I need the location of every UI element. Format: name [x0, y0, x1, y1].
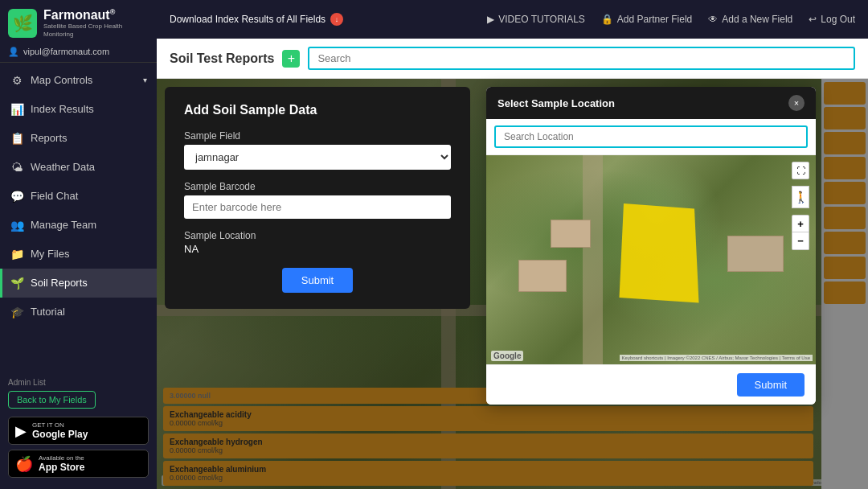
top-bar: Download Index Results of All Fields ↓ ▶…: [157, 0, 868, 39]
location-zoom-in-button[interactable]: +: [792, 215, 809, 232]
video-icon: ▶: [487, 14, 494, 25]
add-soil-sample-button[interactable]: +: [282, 50, 300, 68]
location-modal-close-button[interactable]: ×: [788, 95, 805, 111]
logo-icon: 🌿: [8, 9, 37, 38]
main-content: Download Index Results of All Fields ↓ ▶…: [157, 0, 868, 489]
location-fullscreen-button[interactable]: ⛶: [792, 162, 809, 179]
new-field-icon: 👁: [708, 14, 718, 25]
partner-field-icon: 🔒: [601, 14, 613, 25]
soil-header: Soil Test Reports +: [157, 39, 868, 79]
download-link[interactable]: Download Index Results of All Fields ↓: [170, 13, 343, 26]
manage-team-icon: 👥: [10, 219, 24, 232]
app-logo: 🌿 Farmonaut® Satellite Based Crop Health…: [0, 0, 157, 42]
app-tagline: Satellite Based Crop Health Monitoring: [43, 23, 132, 38]
my-files-icon: 📁: [10, 248, 24, 261]
download-badge: ↓: [330, 13, 343, 26]
sidebar-item-index-results[interactable]: 📊 Index Results: [0, 95, 157, 124]
sidebar-item-field-chat[interactable]: 💬 Field Chat: [0, 182, 157, 211]
location-building-2: [551, 220, 591, 248]
logo-text-group: Farmonaut® Satellite Based Crop Health M…: [43, 8, 132, 39]
weather-icon: 🌤: [10, 161, 24, 174]
content-body: Google Keyboard shortcuts | Imagery ©202…: [157, 79, 868, 489]
index-results-icon: 📊: [10, 103, 24, 116]
sidebar-item-tutorial[interactable]: 🎓 Tutorial: [0, 298, 157, 327]
sample-barcode-input[interactable]: [184, 195, 451, 219]
location-map-area[interactable]: Google Keyboard shortcuts | Imagery ©202…: [486, 155, 816, 364]
sidebar: 🌿 Farmonaut® Satellite Based Crop Health…: [0, 0, 157, 489]
sidebar-item-my-files[interactable]: 📁 My Files: [0, 240, 157, 269]
soil-reports-title: Soil Test Reports: [170, 51, 274, 66]
sidebar-item-soil-reports[interactable]: 🌱 Soil Reports: [0, 269, 157, 298]
add-soil-sample-modal: Add Soil Sample Data Sample Field jamnag…: [165, 87, 470, 309]
field-chat-icon: 💬: [10, 190, 24, 203]
modal-overlay: Add Soil Sample Data Sample Field jamnag…: [157, 79, 868, 489]
location-modal-title: Select Sample Location: [497, 97, 615, 109]
location-zoom-out-button[interactable]: −: [792, 232, 809, 250]
sample-field-label: Sample Field: [184, 130, 451, 142]
active-indicator: [0, 269, 2, 298]
page-area: Soil Test Reports + Google: [157, 39, 868, 489]
sample-location-label: Sample Location: [184, 230, 451, 241]
location-search-input[interactable]: [494, 125, 808, 148]
soil-modal-submit-button[interactable]: Submit: [282, 268, 353, 293]
sample-location-value: NA: [184, 243, 451, 255]
add-new-field-link[interactable]: 👁 Add a New Field: [708, 14, 792, 25]
location-modal-header: Select Sample Location ×: [486, 87, 816, 119]
location-building-3: [727, 236, 784, 272]
map-controls-icon: ⚙: [10, 74, 24, 87]
location-road: [583, 155, 603, 364]
google-play-icon: ▶: [15, 422, 27, 440]
sidebar-navigation: ⚙ Map Controls ▾ 📊 Index Results 📋 Repor…: [0, 66, 157, 372]
modal-title: Add Soil Sample Data: [184, 103, 451, 117]
user-email: 👤 vipul@farmonaut.com: [0, 42, 157, 63]
log-out-link[interactable]: ↩ Log Out: [809, 14, 855, 25]
sample-field-select[interactable]: jamnagar: [184, 145, 451, 170]
location-google-watermark: Google: [491, 351, 523, 361]
back-to-fields-button[interactable]: Back to My Fields: [8, 391, 96, 409]
select-location-modal: Select Sample Location × Google: [486, 87, 816, 405]
sidebar-item-reports[interactable]: 📋 Reports: [0, 124, 157, 153]
location-submit-button[interactable]: Submit: [737, 373, 805, 397]
app-name: Farmonaut®: [43, 8, 132, 23]
location-search-bar: [486, 119, 816, 155]
sidebar-item-weather-data[interactable]: 🌤 Weather Data: [0, 153, 157, 182]
chevron-down-icon: ▾: [143, 76, 147, 84]
tutorial-icon: 🎓: [10, 306, 24, 318]
location-building-1: [518, 260, 567, 292]
soil-search-input[interactable]: [308, 47, 855, 70]
video-tutorials-link[interactable]: ▶ VIDEO TUTORIALS: [487, 14, 585, 25]
sidebar-bottom: Admin List Back to My Fields ▶ GET IT ON…: [0, 372, 157, 489]
reports-icon: 📋: [10, 132, 24, 145]
user-icon: 👤: [8, 47, 19, 57]
apple-icon: 🍎: [15, 455, 33, 473]
google-play-badge[interactable]: ▶ GET IT ON Google Play: [8, 417, 149, 445]
app-store-badge[interactable]: 🍎 Available on the App Store: [8, 450, 149, 478]
location-field-highlight: [615, 203, 703, 308]
admin-list-label: Admin List: [8, 378, 149, 387]
location-modal-footer: Submit: [486, 364, 816, 405]
add-partner-field-link[interactable]: 🔒 Add Partner Field: [601, 14, 692, 25]
location-street-view-button[interactable]: 🚶: [792, 186, 809, 208]
sidebar-item-manage-team[interactable]: 👥 Manage Team: [0, 211, 157, 240]
location-attribution: Keyboard shortcuts | Imagery ©2022 CNES …: [620, 355, 813, 361]
logout-icon: ↩: [809, 14, 817, 25]
sidebar-item-map-controls[interactable]: ⚙ Map Controls ▾: [0, 66, 157, 95]
sample-barcode-label: Sample Barcode: [184, 181, 451, 192]
soil-reports-icon: 🌱: [10, 277, 24, 290]
